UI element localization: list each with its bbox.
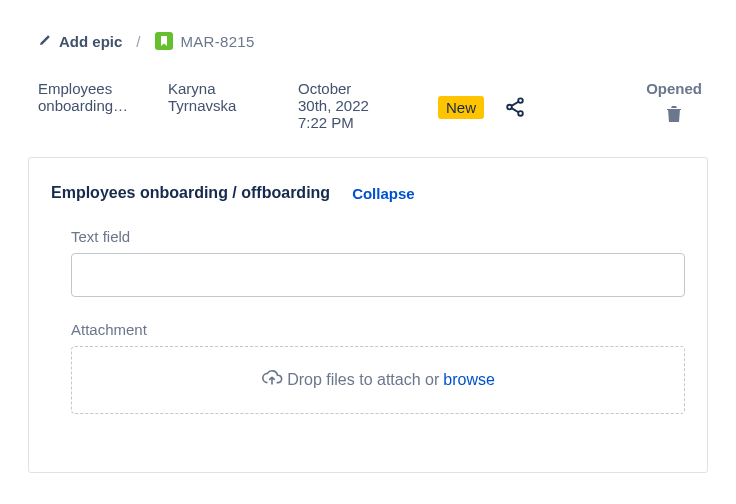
dropzone-text: Drop files to attach or: [287, 371, 439, 389]
status-badge[interactable]: New: [438, 96, 484, 119]
breadcrumb: Add epic / MAR-8215: [38, 32, 708, 50]
attachment-group: Attachment Drop files to attach or brows…: [71, 321, 685, 414]
bookmark-icon: [155, 32, 173, 50]
assignee-last: Tyrnavska: [168, 97, 288, 114]
status-label: Opened: [646, 80, 702, 97]
attachment-label: Attachment: [71, 321, 685, 338]
panel-header: Employees onboarding / offboarding Colla…: [51, 184, 685, 202]
next-group-cutoff: [71, 438, 685, 448]
svg-point-0: [518, 98, 523, 103]
pencil-icon: [38, 33, 52, 50]
issue-key-link[interactable]: MAR-8215: [155, 32, 255, 50]
date-line2: 30th, 2022: [298, 97, 428, 114]
issue-title[interactable]: Employees onboarding: [38, 80, 158, 114]
date-line1: October: [298, 80, 428, 97]
issue-title-line1: Employees: [38, 80, 158, 97]
assignee[interactable]: Karyna Tyrnavska: [168, 80, 288, 114]
issue-key-text: MAR-8215: [181, 33, 255, 50]
date-line3: 7:22 PM: [298, 114, 428, 131]
share-icon: [504, 96, 526, 118]
delete-button[interactable]: [666, 105, 682, 126]
text-field-group: Text field: [71, 228, 685, 297]
svg-line-4: [512, 108, 519, 112]
add-epic-label: Add epic: [59, 33, 122, 50]
cloud-upload-icon: [261, 368, 283, 392]
attachment-dropzone[interactable]: Drop files to attach or browse: [71, 346, 685, 414]
svg-line-3: [512, 102, 519, 106]
meta-row: Employees onboarding Karyna Tyrnavska Oc…: [28, 80, 708, 157]
trash-icon: [666, 105, 682, 123]
breadcrumb-separator: /: [136, 33, 140, 50]
add-epic-button[interactable]: Add epic: [38, 33, 122, 50]
share-button[interactable]: [504, 96, 526, 121]
panel-title: Employees onboarding / offboarding: [51, 184, 330, 202]
status-column: Opened: [646, 80, 702, 126]
collapse-button[interactable]: Collapse: [352, 185, 415, 202]
svg-point-2: [518, 111, 523, 116]
text-field-input[interactable]: [71, 253, 685, 297]
svg-point-1: [507, 105, 512, 110]
browse-link[interactable]: browse: [443, 371, 495, 389]
created-date: October 30th, 2022 7:22 PM: [298, 80, 428, 131]
form-panel: Employees onboarding / offboarding Colla…: [28, 157, 708, 473]
text-field-label: Text field: [71, 228, 685, 245]
issue-title-line2: onboarding: [38, 97, 158, 114]
assignee-first: Karyna: [168, 80, 288, 97]
